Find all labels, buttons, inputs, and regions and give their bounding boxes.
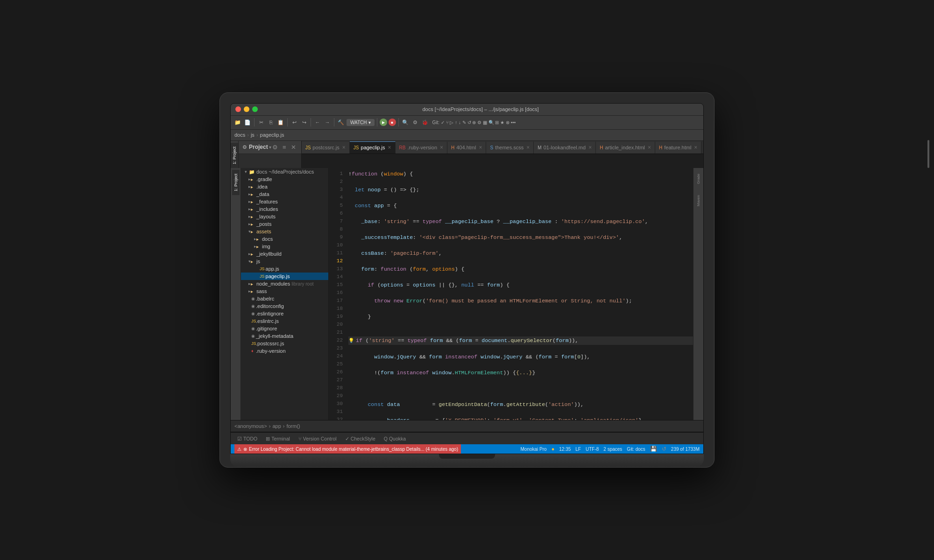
tree-js[interactable]: ▾ ▸ js [241, 258, 328, 265]
close-button[interactable] [235, 106, 241, 112]
bottom-tab-todo[interactable]: ☑ TODO [234, 435, 260, 442]
forward-icon[interactable]: → [323, 118, 332, 126]
tab-lookandfeel[interactable]: M 01-lookandfeel.md × [534, 141, 596, 154]
stop-button[interactable]: ■ [389, 119, 396, 126]
minimize-button[interactable] [244, 106, 249, 112]
tree-ruby-version[interactable]: ♦ .ruby-version [241, 347, 328, 355]
font-name[interactable]: Monokai Pro [520, 447, 546, 452]
breadcrumb-sep-1: › [247, 132, 249, 138]
git-branch[interactable]: Git: docs [627, 447, 645, 452]
tab-feature[interactable]: H feature.html × [655, 141, 701, 154]
search-icon[interactable]: 🔍 [401, 118, 410, 126]
side-tab-1-project[interactable]: 1: Project [232, 170, 240, 195]
tree-layouts[interactable]: ▸ ▸ _layouts [241, 213, 328, 220]
status-error[interactable]: ⚠ ⊗ Error Loading Project: Cannot load m… [234, 444, 461, 454]
file-ruby-version-icon: ♦ [243, 349, 256, 353]
back-icon[interactable]: ← [313, 118, 322, 126]
side-tab-maven[interactable]: Maven [695, 191, 702, 210]
maximize-button[interactable] [252, 106, 258, 112]
toolbar-separator-3 [311, 118, 311, 126]
tree-eslintignore[interactable]: ◉ .eslintignore [241, 310, 328, 317]
build-icon[interactable]: 🔨 [337, 118, 345, 126]
bottom-tab-checkstyle[interactable]: ✓ CheckStyle [342, 435, 378, 442]
tree-docs-sub[interactable]: ▸ ▸ docs [241, 235, 328, 243]
tree-arrow-includes: ▸ [243, 207, 248, 211]
run-button[interactable]: ▶ [380, 119, 387, 126]
tree-idea[interactable]: ▸ ▸ .idea [241, 183, 328, 190]
indent-setting[interactable]: 2 spaces [603, 447, 622, 452]
tree-img[interactable]: ▸ ▸ img [241, 243, 328, 250]
tree-label-js: js [256, 259, 260, 264]
tab-article[interactable]: H article_index.html × [596, 141, 655, 154]
tree-assets[interactable]: ▾ ▸ assets [241, 228, 328, 235]
tab-postcssrc[interactable]: JS postcssrc.js × [302, 141, 350, 154]
encoding[interactable]: UTF-8 [586, 447, 599, 452]
breadcrumb-docs[interactable]: docs [234, 132, 245, 138]
tab-close-pageclip[interactable]: × [388, 145, 391, 150]
tree-node-modules[interactable]: ▸ ▸ node_modules library root [241, 280, 328, 287]
line-count[interactable]: 239 of 1733M [671, 447, 700, 452]
tree-posts[interactable]: ▸ ▸ _posts [241, 220, 328, 228]
cut-icon[interactable]: ✂ [257, 118, 265, 126]
tab-404[interactable]: H 404.html × [447, 141, 486, 154]
folder-icon[interactable]: 📁 [234, 118, 242, 126]
tree-data[interactable]: ▸ ▸ _data [241, 190, 328, 198]
tree-pageclipjs[interactable]: JS pageclip.js [241, 273, 328, 280]
side-tab-project[interactable]: 1: Project [231, 143, 238, 168]
tree-appjs[interactable]: JS app.js [241, 265, 328, 273]
tab-themes[interactable]: S themes.scss × [486, 141, 534, 154]
tab-close-postcssrc[interactable]: × [342, 145, 346, 150]
debug-icon[interactable]: 🐞 [421, 118, 429, 126]
tree-jekyll-metadata[interactable]: ◉ _jekyll-metadata [241, 332, 328, 340]
tree-arrow-idea: ▸ [243, 184, 248, 189]
tab-close-ruby[interactable]: × [440, 145, 443, 150]
tree-features[interactable]: ▸ ▸ _features [241, 198, 328, 205]
tab-md-icon: M [538, 145, 541, 150]
undo-icon[interactable]: ↩ [290, 118, 298, 126]
paste-icon[interactable]: 📋 [276, 118, 285, 126]
tab-js-icon: JS [305, 145, 311, 150]
tab-label-article: article_index.html [605, 145, 645, 150]
cursor-position[interactable]: 12:35 [559, 447, 571, 452]
tree-arrow-gradle: ▸ [243, 177, 248, 182]
tree-babelrc[interactable]: ◉ .babelrc [241, 295, 328, 302]
tab-close-404[interactable]: × [479, 145, 482, 150]
redo-icon[interactable]: ↪ [300, 118, 308, 126]
tab-rb-icon: RB [399, 145, 406, 150]
tab-close-feature[interactable]: × [694, 145, 697, 150]
tab-close-themes[interactable]: × [526, 145, 530, 150]
tree-eslintrcjs[interactable]: JS .eslintrc.js [241, 317, 328, 325]
tree-sass[interactable]: ▸ ▸ sass [241, 287, 328, 295]
tree-postcssrc[interactable]: JS .postcssrc.js [241, 340, 328, 347]
tab-close-article[interactable]: × [648, 145, 651, 150]
tab-close-lookandfeel[interactable]: × [588, 145, 592, 150]
tab-label-pageclip: pageclip.js [361, 145, 385, 150]
tree-gitignore[interactable]: ◉ .gitignore [241, 325, 328, 332]
line-endings[interactable]: LF [575, 447, 581, 452]
panel-gear-icon[interactable]: ≡ [281, 144, 288, 151]
copy-icon[interactable]: ⎘ [267, 118, 275, 126]
settings-icon[interactable]: ⚙ [411, 118, 419, 126]
breadcrumb-file[interactable]: pageclip.js [260, 132, 284, 138]
tree-gradle[interactable]: ▸ ▸ .gradle [241, 175, 328, 183]
panel-settings-icon[interactable]: ⚙ [271, 144, 279, 151]
bottom-tab-terminal[interactable]: ⊞ Terminal [263, 435, 293, 442]
tab-more[interactable]: »3 ▾ [701, 142, 704, 154]
watch-button[interactable]: WATCH ▾ [347, 119, 375, 126]
panel-area: 1: Project ⚙ Project ▾ ⚙ ≡ ✕ [231, 141, 703, 168]
panel-close-icon[interactable]: ✕ [290, 144, 297, 151]
bottom-tab-version-control[interactable]: ⑂ Version Control [296, 435, 340, 442]
tree-label-assets: assets [256, 229, 271, 234]
new-file-icon[interactable]: 📄 [243, 118, 252, 126]
bottom-tab-quokka[interactable]: Q Quokka [381, 435, 409, 442]
tree-includes[interactable]: ▸ ▸ _includes [241, 205, 328, 213]
tree-editorconfig[interactable]: ◉ .editorconfig [241, 302, 328, 310]
code-lines[interactable]: !function (window) { let noop = () => {}… [347, 168, 693, 420]
tab-pageclip[interactable]: JS pageclip.js × [350, 141, 396, 154]
tree-jekyllbuild[interactable]: ▸ ▸ _jekyllbuild [241, 250, 328, 258]
side-tab-grade[interactable]: Grade [695, 170, 702, 188]
tab-ruby[interactable]: RB .ruby-version × [396, 141, 448, 154]
file-babelrc-icon: ◉ [243, 296, 256, 301]
breadcrumb-js[interactable]: js [251, 132, 255, 138]
tree-root[interactable]: ▾ 📁 docs ~/IdeaProjects/docs [241, 168, 328, 175]
